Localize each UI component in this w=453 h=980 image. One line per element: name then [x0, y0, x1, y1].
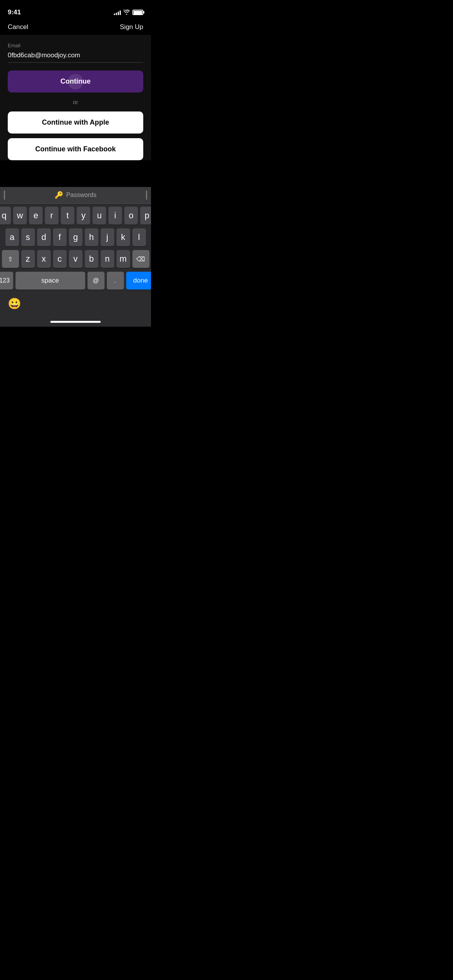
key-s[interactable]: s	[21, 228, 35, 246]
main-content: Email Continue or Continue with Apple Co…	[0, 35, 151, 160]
nav-bar: Cancel Sign Up	[0, 19, 151, 35]
key-o[interactable]: o	[124, 207, 138, 224]
continue-button[interactable]: Continue	[8, 70, 143, 93]
status-time: 9:41	[8, 9, 21, 16]
at-key[interactable]: @	[88, 272, 105, 290]
key-d[interactable]: d	[37, 228, 51, 246]
key-j[interactable]: j	[101, 228, 114, 246]
key-x[interactable]: x	[37, 250, 51, 268]
key-t[interactable]: t	[61, 207, 74, 224]
passwords-label: Passwords	[66, 192, 96, 199]
key-i[interactable]: i	[108, 207, 122, 224]
key-icon: 🔑	[55, 191, 63, 199]
signup-button[interactable]: Sign Up	[120, 23, 143, 31]
key-l[interactable]: l	[132, 228, 146, 246]
key-g[interactable]: g	[69, 228, 82, 246]
status-bar: 9:41	[0, 0, 151, 19]
key-r[interactable]: r	[45, 207, 58, 224]
email-input[interactable]	[8, 51, 143, 59]
keyboard-row-3: ⇧ z x c v b n m ⌫	[2, 250, 149, 268]
home-bar-container	[0, 318, 151, 327]
wifi-icon	[123, 9, 130, 16]
keyboard-rows: q w e r t y u i o p a s d f g h j k l ⇧ …	[0, 204, 151, 290]
facebook-signin-button[interactable]: Continue with Facebook	[8, 138, 143, 160]
shift-key[interactable]: ⇧	[2, 250, 19, 268]
key-f[interactable]: f	[53, 228, 67, 246]
key-q[interactable]: q	[0, 207, 11, 224]
keyboard-row-4: 123 space @ . done	[2, 272, 149, 290]
key-k[interactable]: k	[117, 228, 130, 246]
key-c[interactable]: c	[53, 250, 67, 268]
cancel-button[interactable]: Cancel	[8, 23, 28, 31]
keyboard-bottom-bar: 😀	[0, 293, 151, 318]
key-e[interactable]: e	[29, 207, 43, 224]
toolbar-handle-right	[146, 190, 147, 200]
apple-signin-button[interactable]: Continue with Apple	[8, 111, 143, 134]
keyboard-row-1: q w e r t y u i o p	[2, 207, 149, 224]
period-key[interactable]: .	[107, 272, 124, 290]
key-z[interactable]: z	[21, 250, 35, 268]
key-n[interactable]: n	[101, 250, 114, 268]
status-icons	[114, 9, 143, 16]
delete-key[interactable]: ⌫	[132, 250, 149, 268]
done-key[interactable]: done	[126, 272, 151, 290]
key-p[interactable]: p	[140, 207, 151, 224]
keyboard-row-2: a s d f g h j k l	[2, 228, 149, 246]
keyboard-toolbar: 🔑 Passwords	[0, 187, 151, 204]
or-divider: or	[8, 99, 143, 105]
battery-icon	[132, 10, 143, 15]
key-w[interactable]: w	[13, 207, 27, 224]
space-key[interactable]: space	[15, 272, 85, 290]
key-m[interactable]: m	[117, 250, 130, 268]
key-y[interactable]: y	[77, 207, 90, 224]
emoji-button[interactable]: 😀	[8, 297, 21, 310]
key-h[interactable]: h	[85, 228, 98, 246]
key-b[interactable]: b	[85, 250, 98, 268]
email-input-container	[8, 51, 143, 63]
key-v[interactable]: v	[69, 250, 82, 268]
key-u[interactable]: u	[93, 207, 106, 224]
email-label: Email	[8, 43, 143, 48]
keyboard-area: 🔑 Passwords q w e r t y u i o p a s d f …	[0, 187, 151, 327]
toolbar-handle-left	[4, 190, 5, 200]
signal-icon	[114, 10, 121, 15]
key-a[interactable]: a	[5, 228, 19, 246]
home-indicator	[50, 321, 101, 323]
numbers-key[interactable]: 123	[0, 272, 13, 290]
passwords-row[interactable]: 🔑 Passwords	[55, 191, 96, 199]
